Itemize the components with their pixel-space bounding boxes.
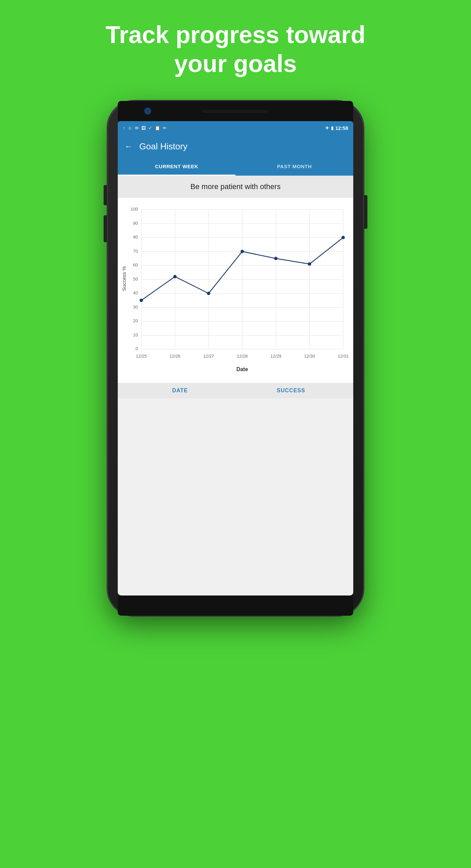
svg-text:60: 60: [133, 262, 138, 268]
svg-text:90: 90: [133, 221, 138, 226]
tabs-bar: CURRENT WEEK PAST MONTH: [118, 158, 353, 176]
power-button: [364, 195, 367, 229]
table-col-success: SUCCESS: [236, 388, 347, 394]
status-icon-battery: ▮: [331, 125, 334, 130]
svg-text:12/29: 12/29: [271, 353, 282, 359]
data-point-4: [274, 257, 278, 260]
data-point-3: [241, 250, 244, 253]
back-button[interactable]: ←: [124, 142, 132, 151]
top-bezel: [118, 101, 353, 121]
status-icons-left: ↑ ☺ ✉ 🖼 ✓ 📋 ✏: [123, 125, 166, 130]
svg-text:12/25: 12/25: [136, 353, 147, 359]
svg-text:12/27: 12/27: [203, 353, 214, 359]
svg-text:Success %: Success %: [121, 266, 127, 291]
svg-text:40: 40: [133, 290, 138, 296]
svg-text:0: 0: [135, 346, 138, 351]
svg-text:80: 80: [133, 235, 138, 240]
status-bar: ↑ ☺ ✉ 🖼 ✓ 📋 ✏ ✈ ▮ 12:58: [118, 121, 353, 134]
data-point-6: [342, 236, 345, 239]
svg-text:30: 30: [133, 305, 138, 310]
svg-text:Date: Date: [237, 366, 248, 372]
tab-past-month[interactable]: PAST MONTH: [236, 158, 353, 176]
status-icon-airplane: ✈: [325, 125, 329, 130]
hero-line2: your goals: [174, 50, 297, 77]
svg-text:12/31: 12/31: [338, 353, 349, 359]
status-icon-edit: ✏: [163, 125, 166, 130]
status-icon-emoji: ☺: [128, 125, 132, 130]
phone-shell: ↑ ☺ ✉ 🖼 ✓ 📋 ✏ ✈ ▮ 12:58 ← Goal History: [108, 101, 363, 616]
phone-device: ↑ ☺ ✉ 🖼 ✓ 📋 ✏ ✈ ▮ 12:58 ← Goal History: [108, 101, 363, 572]
front-camera: [145, 108, 151, 114]
svg-text:70: 70: [133, 249, 138, 254]
data-point-2: [207, 292, 210, 295]
goal-name: Be more patient with others: [190, 182, 281, 191]
svg-text:12/30: 12/30: [304, 353, 315, 359]
tab-current-week-label: CURRENT WEEK: [155, 163, 198, 169]
status-icon-mail: ✉: [135, 125, 138, 130]
svg-text:50: 50: [133, 277, 138, 282]
tab-current-week[interactable]: CURRENT WEEK: [118, 158, 236, 176]
status-icon-check: ✓: [148, 125, 152, 130]
bottom-bezel: [118, 595, 353, 616]
volume-down-button: [104, 215, 107, 242]
data-point-1: [173, 275, 177, 278]
line-chart: 100 90 80 70 60 50 40 30 20 10 0 12/25 1…: [121, 205, 350, 379]
svg-text:12/26: 12/26: [169, 353, 181, 359]
svg-text:10: 10: [133, 332, 138, 337]
earpiece-speaker: [202, 109, 269, 113]
data-point-5: [308, 262, 311, 266]
svg-text:12/28: 12/28: [237, 353, 248, 359]
data-point-0: [139, 299, 143, 302]
status-icon-clipboard: 📋: [155, 125, 160, 130]
table-col-date: DATE: [124, 388, 236, 394]
svg-text:100: 100: [130, 207, 138, 212]
svg-text:20: 20: [133, 318, 138, 323]
goal-section: Be more patient with others: [118, 176, 353, 198]
status-icons-right: ✈ ▮ 12:58: [325, 125, 348, 131]
status-icon-upload: ↑: [123, 125, 125, 130]
hero-line1: Track progress toward: [106, 21, 365, 48]
volume-up-button: [104, 185, 107, 205]
app-header: ← Goal History: [118, 134, 353, 158]
chart-container: 100 90 80 70 60 50 40 30 20 10 0 12/25 1…: [121, 205, 350, 379]
app-title: Goal History: [139, 141, 187, 152]
hero-text: Track progress toward your goals: [0, 0, 471, 79]
status-icon-image: 🖼: [141, 125, 146, 130]
status-time: 12:58: [336, 125, 348, 131]
phone-screen: ↑ ☺ ✉ 🖼 ✓ 📋 ✏ ✈ ▮ 12:58 ← Goal History: [118, 121, 353, 595]
table-header: DATE SUCCESS: [118, 383, 353, 398]
tab-past-month-label: PAST MONTH: [277, 163, 312, 169]
chart-area: 100 90 80 70 60 50 40 30 20 10 0 12/25 1…: [118, 198, 353, 383]
